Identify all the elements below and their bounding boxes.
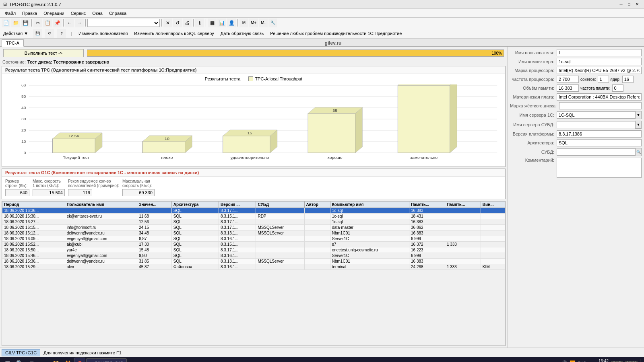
field-mem-freq-input[interactable] xyxy=(612,84,623,92)
table-row[interactable]: 18.06.2020 15:52...ak@cubi17,30SQL8.3.15… xyxy=(2,242,505,247)
table-row[interactable]: 18.06.2020 16:15...info@torinsoft.ru24,1… xyxy=(2,225,505,230)
close-button[interactable]: ✕ xyxy=(634,1,641,8)
tb-mr[interactable]: 🔧 xyxy=(268,19,277,27)
show-desktop-button[interactable] xyxy=(640,359,642,362)
field-cpu-freq-input[interactable] xyxy=(557,76,579,83)
tb-mminus[interactable]: M- xyxy=(259,19,268,27)
menu-edit[interactable]: Правка xyxy=(19,10,40,16)
taskbar-right: ▲ 🔊 📶 РУС 16:42 18.06.2020 CAP NUM xyxy=(555,359,642,362)
tab-tpc-a[interactable]: TPC-A xyxy=(2,39,24,47)
menu-operations[interactable]: Операции xyxy=(40,10,67,16)
table-cell-3: SQL xyxy=(171,259,219,264)
actions-dropdown[interactable]: Действия ▼ xyxy=(2,30,30,37)
actions-save[interactable]: 💾 xyxy=(33,29,42,38)
start-button[interactable]: ⊞ xyxy=(2,358,13,362)
server1c-dropdown-btn[interactable]: ▼ xyxy=(635,111,642,119)
tb-cut[interactable]: ✂ xyxy=(33,19,42,27)
task-view-button[interactable]: ▦ xyxy=(26,358,37,362)
tb-refresh[interactable]: ↺ xyxy=(173,19,182,27)
table-body: 18.06.2020 16:36...SQL8.3.17.1...1c-sql1… xyxy=(2,208,505,270)
dbms-search-btn[interactable]: 🔍 xyxy=(635,148,642,156)
edge-button[interactable]: e xyxy=(38,358,49,362)
maximize-button[interactable]: □ xyxy=(625,1,633,8)
field-sockets-input[interactable] xyxy=(598,76,609,83)
field-dbms-input[interactable] xyxy=(557,148,635,156)
action-performance[interactable]: Решение любых проблем производительности… xyxy=(268,30,403,37)
tb-m[interactable]: M xyxy=(239,19,248,27)
toolbar-sep-7 xyxy=(237,19,238,27)
table-cell-9 xyxy=(445,253,481,259)
status-bar-app-label[interactable]: GILV TPC+G1C xyxy=(2,349,40,356)
menu-windows[interactable]: Окна xyxy=(89,10,106,16)
field-server1c-input[interactable] xyxy=(557,111,635,119)
minimize-button[interactable]: ─ xyxy=(617,1,625,8)
field-username-input[interactable] xyxy=(557,49,642,56)
explorer-button[interactable]: 📁 xyxy=(50,358,61,362)
table-cell-4: 8.3.16.1... xyxy=(219,236,256,242)
tb-save[interactable]: 💾 xyxy=(21,19,30,27)
action-change-login[interactable]: Изменить логин/пароль к SQL-серверу xyxy=(132,30,216,37)
dbserver-dropdown-btn[interactable]: ▼ xyxy=(635,121,642,129)
tb-user[interactable]: 👤 xyxy=(227,19,236,27)
field-motherboard-input[interactable] xyxy=(557,93,642,101)
table-row[interactable]: 18.06.2020 15:46...evgeniyalf@gmail.com9… xyxy=(2,253,505,259)
progress-percent: 100% xyxy=(491,51,502,56)
app1c-button[interactable]: ❶ xyxy=(74,358,85,362)
table-cell-3: SQL xyxy=(171,225,219,230)
table-cell-8: 6 999 xyxy=(409,253,445,259)
table-row[interactable]: 18.06.2020 16:27...12,56SQL8.3.17.1...1c… xyxy=(2,219,505,225)
table-cell-6 xyxy=(304,208,330,214)
tb-table[interactable]: ▦ xyxy=(208,19,217,27)
tb-mplus[interactable]: M+ xyxy=(249,19,258,27)
table-row[interactable]: 18.06.2020 16:36...SQL8.3.17.1...1c-sql1… xyxy=(2,208,505,214)
tb-paste[interactable]: 📌 xyxy=(53,19,62,27)
table-cell-10 xyxy=(481,219,505,225)
field-arch-input[interactable] xyxy=(557,139,642,146)
results-table-container[interactable]: Период Пользователь имя Значен... Архите… xyxy=(2,201,506,346)
toolbar-combo[interactable] xyxy=(87,19,160,27)
field-platform-input[interactable] xyxy=(557,130,642,138)
field-memory-input[interactable] xyxy=(557,84,579,92)
table-cell-9 xyxy=(445,230,481,236)
table-row[interactable]: 18.06.2020 15:36...deitwenn@yandex.ru31,… xyxy=(2,259,505,264)
tb-open[interactable]: 📁 xyxy=(11,19,20,27)
field-arch-label: Архитектура: xyxy=(510,140,554,145)
tb-forward[interactable]: → xyxy=(75,19,84,27)
table-row[interactable]: 18.06.2020 16:30...ek@antares-svet.ru11,… xyxy=(2,214,505,219)
menu-service[interactable]: Сервис xyxy=(68,10,89,16)
field-dbserver-input[interactable] xyxy=(557,121,635,128)
taskbar-tpc-app[interactable]: ⊞ GILV TPC+G1C xyxy=(86,358,127,362)
col-user: Пользователь имя xyxy=(65,202,137,208)
table-row[interactable]: 18.06.2020 16:09...evgeniyalf@gmail.com8… xyxy=(2,236,505,242)
actions-help[interactable]: ? xyxy=(57,29,66,38)
tb-chart[interactable]: 📊 xyxy=(217,19,226,27)
tb-info[interactable]: ℹ xyxy=(195,19,204,27)
firefox-button[interactable]: 🦊 xyxy=(62,358,73,362)
field-cpu-brand-input[interactable] xyxy=(557,67,642,74)
search-button[interactable]: 🔍 xyxy=(14,358,25,362)
table-row[interactable]: 18.06.2020 15:29...alex45,87Файловая8.3.… xyxy=(2,264,505,270)
field-comment-textarea[interactable] xyxy=(557,158,642,178)
field-hdd-input[interactable] xyxy=(559,102,642,109)
field-platform-row: Версия платформы: xyxy=(510,130,642,138)
actions-reload[interactable]: ↺ xyxy=(45,29,54,38)
table-cell-4: 8.3.17.1... xyxy=(219,219,256,225)
tb-print[interactable]: 🖨 xyxy=(183,19,192,27)
table-cell-1 xyxy=(65,208,137,214)
field-cores-input[interactable] xyxy=(622,76,634,83)
field-computer-input[interactable] xyxy=(557,58,642,65)
table-cell-9 xyxy=(445,259,481,264)
tb-x[interactable]: ✕ xyxy=(163,19,172,27)
tb-back[interactable]: ← xyxy=(65,19,74,27)
run-test-button[interactable]: Выполнить тест -> xyxy=(3,49,84,57)
tb-new[interactable]: 📄 xyxy=(2,19,10,27)
tb-copy[interactable]: 📋 xyxy=(43,19,52,27)
menu-file[interactable]: Файл xyxy=(2,10,19,16)
action-feedback[interactable]: Дать обратную связь xyxy=(219,30,265,37)
field-cpu-brand-label: Марка процессора: xyxy=(510,68,554,73)
action-change-user[interactable]: Изменить пользователя xyxy=(77,30,129,37)
toolbar: 📄 📁 💾 ✂ 📋 📌 ← → ✕ ↺ 🖨 ℹ ▦ 📊 👤 M M+ M- 🔧 xyxy=(0,18,644,28)
menu-help[interactable]: Справка xyxy=(106,10,130,16)
table-row[interactable]: 18.06.2020 15:50...yar4e15,48SQL8.3.17.1… xyxy=(2,247,505,253)
table-row[interactable]: 18.06.2020 16:12...deitwenn@yandex.ru34,… xyxy=(2,230,505,236)
